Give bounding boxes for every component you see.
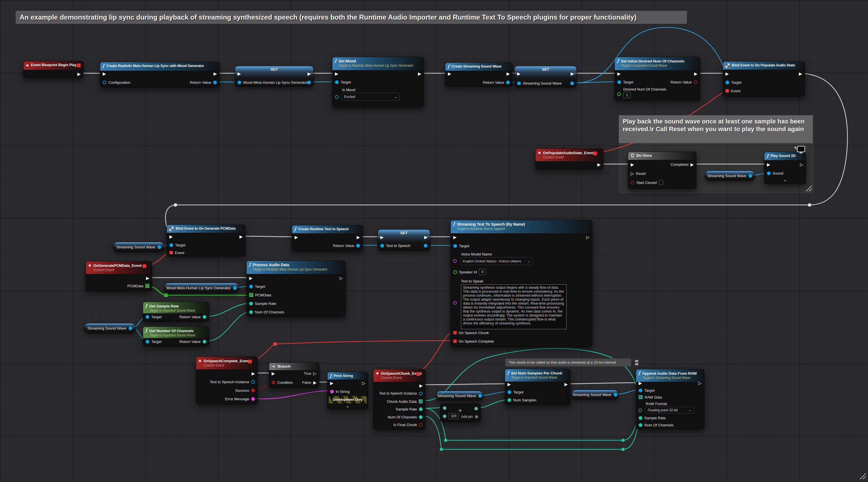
var-out-pin[interactable] bbox=[129, 326, 132, 330]
exec-out-pin[interactable]: ▶ bbox=[77, 72, 81, 76]
raw-data-pin[interactable] bbox=[639, 395, 643, 399]
sample-rate-pin[interactable] bbox=[419, 408, 423, 411]
var-streaming-sound-wave-1[interactable]: Streaming Sound Wave bbox=[705, 171, 755, 181]
node-branch[interactable]: Branch ▶ ▷True Condition ▶False bbox=[269, 362, 319, 388]
exec-in-pin[interactable]: ▶ bbox=[272, 371, 275, 375]
expand-chevron-icon[interactable]: ⌄ bbox=[328, 404, 368, 408]
return-value-pin[interactable] bbox=[203, 315, 206, 319]
node-set-streaming-sound-wave[interactable]: SET ▶ ▶ Streaming Sound Wave bbox=[514, 66, 577, 87]
start-closed-pin[interactable] bbox=[631, 181, 634, 184]
exec-in-pin[interactable]: ▶ bbox=[517, 71, 521, 76]
var-streaming-sound-wave-2[interactable]: Streaming Sound Wave bbox=[113, 242, 165, 252]
blueprint-canvas[interactable]: An example demonstrating lip sync during… bbox=[0, 0, 868, 482]
exec-out-pin[interactable]: ▶ bbox=[418, 71, 421, 76]
exec-in-pin[interactable]: ▶ bbox=[507, 382, 511, 386]
voice-model-dropdown[interactable]: English (United States) - Kokoro (Adam)⌄ bbox=[460, 257, 533, 265]
on-speech-chunk-pin[interactable] bbox=[453, 331, 457, 334]
divide-input-a-pin[interactable] bbox=[443, 406, 446, 410]
return-value-pin[interactable] bbox=[694, 80, 698, 84]
exec-out-pin[interactable]: ▷ bbox=[800, 162, 803, 167]
configuration-pin[interactable] bbox=[103, 81, 106, 84]
exec-in-pin[interactable]: ▶ bbox=[294, 235, 298, 239]
in-string-pin[interactable] bbox=[330, 390, 334, 393]
exec-in-pin[interactable]: ▶ bbox=[639, 381, 642, 385]
event-pin[interactable] bbox=[725, 89, 729, 93]
return-value-pin[interactable] bbox=[213, 81, 217, 84]
var-out-pin[interactable] bbox=[478, 394, 482, 398]
exec-out-pin[interactable]: ▶ bbox=[146, 276, 149, 280]
target-pin[interactable] bbox=[507, 390, 511, 394]
var-out-pin[interactable] bbox=[158, 245, 161, 249]
text-to-speak-input[interactable]: Streaming synthesis output begins with a… bbox=[461, 284, 566, 329]
node-process-audio-data[interactable]: ƒ Process Audio Data Target is Realistic… bbox=[246, 261, 346, 317]
success-pin[interactable] bbox=[251, 389, 255, 392]
delegate-pin[interactable] bbox=[76, 63, 81, 68]
in-mood-pin[interactable] bbox=[335, 95, 339, 99]
exec-in-pin[interactable]: ▶ bbox=[767, 162, 770, 167]
panel-resize-handle[interactable] bbox=[859, 472, 866, 479]
node-get-sample-rate[interactable]: ƒ Get Sample Rate Target is Imported Sou… bbox=[143, 302, 209, 322]
var-streaming-sound-wave-3[interactable]: Streaming Sound Wave bbox=[84, 323, 136, 333]
var-out-pin[interactable] bbox=[614, 393, 617, 397]
exec-out-pin[interactable]: ▶ bbox=[239, 235, 243, 239]
delegate-pin[interactable] bbox=[593, 152, 597, 155]
pcmdata-pin[interactable] bbox=[145, 284, 149, 288]
node-create-runtime-tts[interactable]: ƒCreate Runtime Text to Speech ▶ ▶ Retur… bbox=[292, 225, 363, 251]
node-set-initial-num-channels[interactable]: ƒ Set Initial Desired Num Of Channels Ta… bbox=[615, 57, 700, 100]
target-pin[interactable] bbox=[169, 243, 173, 247]
node-set-text-to-speech[interactable]: SET ▶ ▶ Text to Speech bbox=[377, 229, 430, 251]
speaker-id-input[interactable]: 0 bbox=[479, 269, 486, 275]
node-event-begin-play[interactable]: ◈Event Blueprint Begin Play ▶ bbox=[23, 61, 84, 78]
divide-output-pin[interactable] bbox=[474, 407, 478, 411]
node-streaming-text-to-speech[interactable]: ƒ Streaming Text To Speech (By Name) Tar… bbox=[451, 220, 592, 347]
exec-out-pin[interactable]: ▷ bbox=[362, 381, 365, 385]
node-do-once[interactable]: Do Once ▶ ▶Completed ▷Reset Start Closed bbox=[628, 152, 696, 189]
is-final-chunk-pin[interactable] bbox=[419, 423, 423, 427]
node-bind-on-populate-audio-state[interactable]: Bind Event to On Populate Audio State ▶ … bbox=[723, 61, 805, 96]
reset-pin[interactable]: ▷ bbox=[631, 172, 634, 176]
sound-pin[interactable] bbox=[767, 172, 771, 175]
return-value-pin[interactable] bbox=[356, 244, 360, 247]
node-create-streaming-sound-wave[interactable]: ƒCreate Streaming Sound Wave ▶ ▶ Return … bbox=[445, 62, 513, 87]
var-in-pin[interactable] bbox=[517, 82, 521, 85]
exec-out-pin[interactable]: ▶ bbox=[251, 371, 255, 375]
event-pin[interactable] bbox=[169, 251, 173, 254]
error-message-pin[interactable] bbox=[251, 397, 255, 401]
exec-in-pin[interactable]: ▶ bbox=[617, 71, 621, 76]
exec-out-pin[interactable]: ▶ bbox=[419, 384, 423, 388]
exec-out-pin[interactable]: ▶ bbox=[213, 71, 217, 76]
var-streaming-sound-wave-4[interactable]: Streaming Sound Wave bbox=[436, 391, 484, 400]
sample-rate-pin[interactable] bbox=[639, 416, 642, 420]
exec-out-pin[interactable]: ▶ bbox=[799, 71, 802, 76]
expand-chevron-icon[interactable]: ⌄ bbox=[765, 178, 806, 182]
var-out-pin[interactable] bbox=[307, 81, 311, 84]
voice-model-pin[interactable] bbox=[453, 259, 457, 263]
exec-in-pin[interactable]: ▶ bbox=[238, 71, 241, 76]
var-in-pin[interactable] bbox=[238, 81, 241, 84]
var-mood-generator[interactable]: Mood Meta Human Lip Sync Generator bbox=[164, 283, 239, 293]
node-print-string[interactable]: ƒPrint String ▶ ▷ In String Development … bbox=[327, 372, 368, 409]
on-speech-complete-pin[interactable] bbox=[453, 339, 457, 343]
node-append-audio-data-from-raw[interactable]: ƒ Append Audio Data From RAW Target is S… bbox=[636, 369, 705, 429]
exec-out-pin[interactable]: ▷ bbox=[339, 276, 343, 280]
num-channels-pin[interactable] bbox=[249, 310, 253, 314]
exec-out-pin[interactable]: ▶ bbox=[564, 382, 568, 386]
exec-out-pin[interactable]: ▶ bbox=[597, 162, 600, 167]
in-mood-dropdown[interactable]: Excited⌄ bbox=[341, 93, 400, 101]
completed-pin[interactable]: ▶ bbox=[690, 162, 694, 167]
add-pin-icon[interactable]: ⊕ bbox=[474, 414, 478, 419]
graph-comment-title[interactable]: An example demonstrating lip sync during… bbox=[16, 11, 687, 24]
exec-in-pin[interactable]: ▶ bbox=[631, 162, 634, 167]
start-closed-checkbox[interactable] bbox=[659, 180, 663, 185]
exec-out-pin[interactable]: ▶ bbox=[570, 71, 574, 76]
var-out-pin[interactable] bbox=[570, 82, 574, 85]
exec-out-pin[interactable]: ▶ bbox=[506, 71, 510, 76]
exec-in-pin[interactable]: ▶ bbox=[249, 276, 253, 280]
exec-out-pin[interactable]: ▶ bbox=[694, 71, 698, 76]
exec-out-pin[interactable]: ▷ bbox=[586, 235, 590, 239]
var-out-pin[interactable] bbox=[748, 174, 752, 178]
node-on-speech-chunk-event[interactable]: ◈ OnSpeechChunk_Event Custom Event ▶ Tex… bbox=[373, 369, 426, 430]
comment-playback-header[interactable]: Play back the sound wave once at least o… bbox=[619, 115, 813, 143]
exec-in-pin[interactable]: ▶ bbox=[335, 71, 338, 76]
exec-out-pin[interactable]: ▷ bbox=[698, 381, 702, 385]
